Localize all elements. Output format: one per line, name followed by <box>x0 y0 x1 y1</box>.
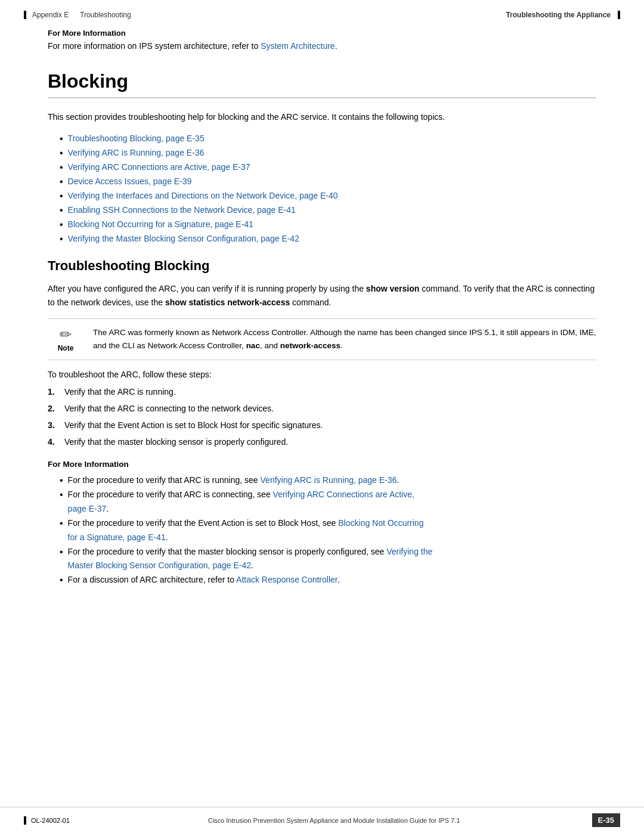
for-more-info-bullets: For the procedure to verify that ARC is … <box>60 473 596 587</box>
for-more-info-section-label: For More Information <box>48 460 596 469</box>
bullet-text-3: For the procedure to verify that the Eve… <box>68 516 424 545</box>
link-master-blocking-ref[interactable]: Verifying theMaster Blocking Sensor Conf… <box>68 547 433 571</box>
troubleshooting-steps: 1.Verify that the ARC is running. 2.Veri… <box>48 385 596 449</box>
for-more-info-top-text: For more information on IPS system archi… <box>48 40 596 52</box>
for-more-info-top-label: For More Information <box>48 29 596 38</box>
appendix-topic: Troubleshooting <box>80 11 131 19</box>
note-pencil-icon: ✎ <box>55 324 76 345</box>
list-item: For a discussion of ARC architecture, re… <box>60 573 596 587</box>
troubleshooting-blocking-intro: After you have configured the ARC, you c… <box>48 282 596 309</box>
list-item: Verifying ARC is Running, page E-36 <box>60 146 596 160</box>
link-verifying-arc-connections[interactable]: Verifying ARC Connections are Active, pa… <box>68 160 250 175</box>
step-text: Verify that the ARC is connecting to the… <box>64 402 274 416</box>
link-blocking-not-occurring[interactable]: Blocking Not Occurring for a Signature, … <box>68 218 253 232</box>
step-item: 3.Verify that the Event Action is set to… <box>48 419 596 433</box>
link-arc-connecting-ref[interactable]: Verifying ARC Connections are Active,pag… <box>68 490 414 513</box>
header-bar-right <box>618 11 620 19</box>
list-item: Device Access Issues, page E-39 <box>60 175 596 189</box>
list-item: Verifying the Master Blocking Sensor Con… <box>60 232 596 246</box>
list-item: Verifying ARC Connections are Active, pa… <box>60 160 596 175</box>
footer-right: E-35 <box>572 813 620 827</box>
page-header: Appendix E Troubleshooting Troubleshooti… <box>0 0 644 23</box>
step-text: Verify that the master blocking sensor i… <box>64 435 288 450</box>
link-arc-architecture-ref[interactable]: Attack Response Controller <box>236 575 338 584</box>
troubleshooting-blocking-title: Troubleshooting Blocking <box>48 258 596 274</box>
list-item: Blocking Not Occurring for a Signature, … <box>60 218 596 232</box>
step-item: 1.Verify that the ARC is running. <box>48 385 596 400</box>
blocking-links-list: Troubleshooting Blocking, page E-35 Veri… <box>60 132 596 246</box>
page-footer: OL-24002-01 Cisco Intrusion Prevention S… <box>0 807 644 833</box>
list-item: For the procedure to verify that ARC is … <box>60 473 596 488</box>
footer-bar <box>24 816 26 825</box>
blocking-section-title: Blocking <box>48 70 596 98</box>
bullet-text-2: For the procedure to verify that ARC is … <box>68 488 414 516</box>
link-arc-running-ref[interactable]: Verifying ARC is Running, page E-36 <box>261 475 397 485</box>
bold-show-statistics: show statistics network-access <box>165 298 290 307</box>
link-verifying-arc-running[interactable]: Verifying ARC is Running, page E-36 <box>68 146 205 160</box>
footer-left: OL-24002-01 <box>24 816 95 825</box>
for-more-info-period: . <box>335 41 338 51</box>
step-text: Verify that the ARC is running. <box>64 385 176 400</box>
steps-intro: To troubleshoot the ARC, follow these st… <box>48 370 596 379</box>
link-troubleshooting-blocking[interactable]: Troubleshooting Blocking, page E-35 <box>68 132 205 146</box>
header-sep <box>72 11 76 19</box>
footer-doc-number: OL-24002-01 <box>31 817 70 824</box>
note-text: The ARC was formerly known as Network Ac… <box>93 326 596 352</box>
step-text: Verify that the Event Action is set to B… <box>64 419 323 433</box>
header-left: Appendix E Troubleshooting <box>24 11 131 19</box>
link-verifying-master-blocking[interactable]: Verifying the Master Blocking Sensor Con… <box>68 232 299 246</box>
note-label: Note <box>58 344 74 352</box>
list-item: Enabling SSH Connections to the Network … <box>60 203 596 218</box>
link-enabling-ssh[interactable]: Enabling SSH Connections to the Network … <box>68 203 296 218</box>
blocking-section-intro: This section provides troubleshooting he… <box>48 110 596 123</box>
right-label: Troubleshooting the Appliance <box>506 11 611 19</box>
page-wrapper: Appendix E Troubleshooting Troubleshooti… <box>0 0 644 833</box>
header-right: Troubleshooting the Appliance <box>506 11 620 19</box>
bullet-text-1: For the procedure to verify that ARC is … <box>68 473 400 488</box>
step-item: 2.Verify that the ARC is connecting to t… <box>48 402 596 416</box>
note-box: ✎ Note The ARC was formerly known as Net… <box>48 318 596 360</box>
list-item: Verifying the Interfaces and Directions … <box>60 189 596 203</box>
list-item: Troubleshooting Blocking, page E-35 <box>60 132 596 146</box>
list-item: For the procedure to verify that the Eve… <box>60 516 596 545</box>
footer-center: Cisco Intrusion Prevention System Applia… <box>95 817 572 824</box>
link-blocking-not-occurring-ref[interactable]: Blocking Not Occurringfor a Signature, p… <box>68 518 424 542</box>
main-content: For More Information For more informatio… <box>0 23 644 807</box>
link-device-access-issues[interactable]: Device Access Issues, page E-39 <box>68 175 192 189</box>
list-item: For the procedure to verify that the mas… <box>60 545 596 574</box>
for-more-info-top: For More Information For more informatio… <box>48 29 596 52</box>
bullet-text-4: For the procedure to verify that the mas… <box>68 545 433 574</box>
bold-network-access: network-access <box>280 341 340 350</box>
appendix-label: Appendix E <box>32 11 69 19</box>
step-item: 4.Verify that the master blocking sensor… <box>48 435 596 450</box>
note-icon-area: ✎ Note <box>48 326 83 352</box>
for-more-info-before: For more information on IPS system archi… <box>48 41 258 51</box>
bullet-text-5: For a discussion of ARC architecture, re… <box>68 573 340 587</box>
list-item: For the procedure to verify that ARC is … <box>60 488 596 516</box>
header-bar-left <box>24 11 26 19</box>
page-number: E-35 <box>592 813 620 827</box>
bold-nac: nac <box>246 341 260 350</box>
system-architecture-link[interactable]: System Architecture <box>261 41 335 51</box>
bold-show-version: show version <box>366 284 419 293</box>
for-more-info-section: For More Information For the procedure t… <box>48 460 596 587</box>
link-verifying-interfaces[interactable]: Verifying the Interfaces and Directions … <box>68 189 338 203</box>
